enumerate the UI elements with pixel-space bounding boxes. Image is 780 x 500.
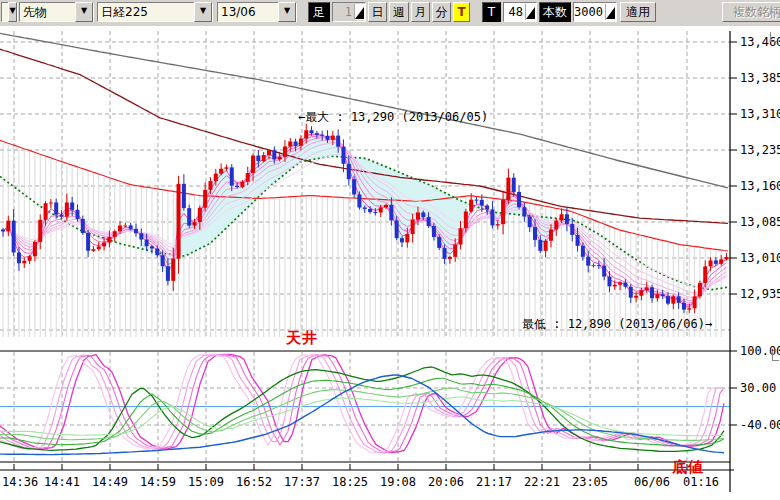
chevron-down-icon[interactable]: ▼ [194, 2, 212, 22]
candle-body [251, 156, 255, 174]
candle-body [427, 217, 431, 226]
candle-body [22, 261, 26, 264]
price-tick-label: 12,935 [740, 287, 780, 301]
candle-body [65, 203, 69, 217]
candle-body [129, 225, 133, 228]
candle-body [1, 230, 5, 232]
price-tick-label: 13,385 [740, 71, 780, 85]
period-tick-button[interactable]: T [453, 2, 470, 22]
contract-month-combo-value: 13/06 [218, 5, 278, 19]
candle-body [134, 229, 138, 233]
contract-month-combo[interactable]: 13/06 ▼ [217, 2, 297, 22]
candle-body [443, 248, 447, 259]
candle-body [416, 212, 420, 219]
candle-body [33, 242, 37, 256]
candle-body [469, 200, 473, 212]
candle-body [288, 141, 292, 146]
period-weekly-button[interactable]: 週 [389, 2, 409, 22]
candle-body [75, 210, 79, 219]
chevron-down-icon[interactable]: ▼ [8, 2, 17, 22]
stoch-blue [0, 375, 724, 455]
price-tick-label: 13,235 [740, 143, 780, 157]
candle-body [357, 195, 361, 208]
time-tick-label: 23:05 [572, 475, 608, 489]
candle-body [182, 184, 186, 208]
candle-body [283, 146, 287, 156]
candle-body [459, 228, 463, 244]
time-tick-label: 06/06 [634, 475, 670, 489]
price-tick-label: 13,085 [740, 215, 780, 229]
candle-body [586, 257, 590, 266]
time-tick-label: 14:41 [44, 475, 80, 489]
instrument-combo[interactable]: 先物 ▼ [19, 2, 94, 22]
candle-body [81, 219, 85, 233]
tick-label-button[interactable]: T [482, 2, 501, 22]
candle-body [725, 257, 729, 259]
candle-body [86, 233, 90, 251]
candle-body [150, 246, 154, 248]
ashi-interval-value: 1 [343, 5, 354, 19]
symbol-combo[interactable]: 日経225 ▼ [97, 2, 213, 22]
candle-body [501, 200, 505, 224]
symbol-combo-value: 日経225 [98, 4, 194, 21]
spin-edit-icon[interactable] [525, 4, 536, 20]
spin-edit-icon[interactable] [354, 4, 365, 20]
candle-body [384, 205, 388, 208]
ashi-label-button[interactable]: 足 [308, 2, 330, 22]
candle-body [363, 207, 367, 208]
period-monthly-button[interactable]: 月 [411, 2, 430, 22]
candle-body [60, 215, 64, 217]
candle-body [224, 167, 228, 168]
candle-body [326, 136, 330, 140]
candle-body [661, 294, 665, 296]
candle-body [299, 139, 303, 146]
candle-body [437, 237, 441, 248]
candle-body [570, 224, 574, 235]
candle-body [607, 277, 611, 287]
candle-body [602, 266, 606, 277]
period-daily-button[interactable]: 日 [368, 2, 387, 22]
tick-count-stepper[interactable]: 48 [503, 2, 537, 22]
candle-body [6, 221, 10, 232]
candle-body [187, 208, 191, 226]
candle-body [352, 179, 356, 194]
candle-body [544, 241, 548, 251]
candle-body [395, 220, 399, 238]
candle-body [294, 141, 298, 145]
candle-body [331, 136, 335, 140]
candle-body [687, 308, 691, 309]
candle-body [650, 287, 654, 298]
candle-body [639, 290, 643, 296]
apply-button[interactable]: 適用 [620, 2, 656, 22]
period-minute-button[interactable]: 分 [432, 2, 451, 22]
candle-body [485, 205, 489, 209]
chevron-down-icon[interactable]: ▼ [278, 2, 296, 22]
candle-body [272, 150, 276, 159]
price-tick-label: 13,310 [740, 107, 780, 121]
candle-body [91, 249, 95, 251]
candle-body [123, 225, 127, 226]
candle-body [655, 294, 659, 298]
history-combo[interactable]: ▼ [1, 2, 18, 22]
candle-body [336, 136, 340, 147]
candle-body [490, 209, 494, 225]
candle-body [405, 234, 409, 242]
candle-body [506, 178, 510, 200]
time-tick-label: 14:36 [2, 475, 38, 489]
candle-body [698, 283, 702, 297]
chevron-down-icon[interactable]: ▼ [75, 2, 93, 22]
candle-body [480, 200, 484, 206]
chart-canvas[interactable]: 13,46013,38513,31013,23513,16013,08513,0… [0, 26, 780, 500]
candle-body [634, 296, 638, 298]
candle-body [171, 259, 175, 281]
bars-count-stepper[interactable]: 3000 [573, 2, 617, 22]
candle-body [235, 186, 239, 187]
candle-body [645, 287, 649, 290]
candle-body [107, 237, 111, 243]
instrument-combo-value: 先物 [20, 4, 75, 21]
candle-body [613, 285, 617, 287]
candle-body [320, 135, 324, 136]
candle-body [496, 224, 500, 225]
ashi-interval-stepper[interactable]: 1 [332, 2, 366, 22]
spin-edit-icon[interactable] [605, 4, 616, 20]
